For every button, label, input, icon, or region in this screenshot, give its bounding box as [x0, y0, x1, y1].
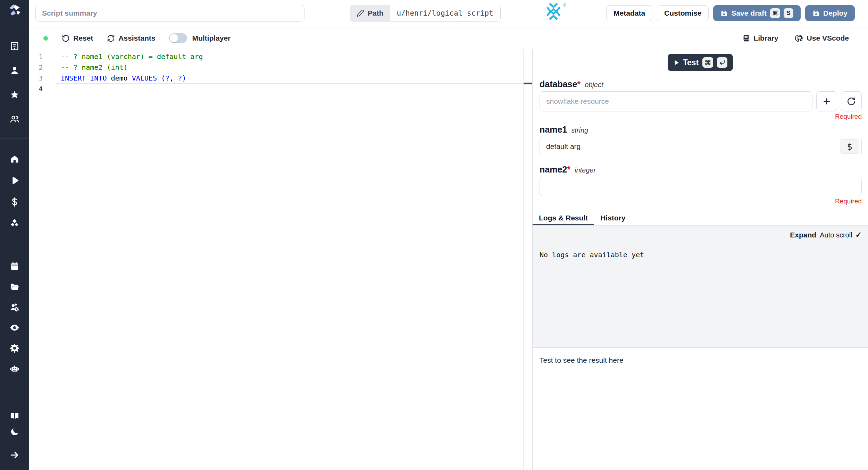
snowflake-registered-mark: ®	[563, 3, 566, 8]
sidebar-item-resources[interactable]	[0, 213, 29, 234]
deploy-button[interactable]: Deploy	[805, 5, 855, 21]
play-icon	[673, 60, 679, 66]
sidebar-item-dark-mode[interactable]	[0, 424, 29, 440]
users-cog-icon	[10, 302, 19, 312]
sidebar-group-bottom	[0, 408, 29, 440]
windmill-logo[interactable]	[0, 0, 29, 20]
name1-field-label-row: name1 string	[540, 125, 862, 135]
edit-path-button[interactable]: Path	[350, 5, 390, 21]
line-number: 4	[29, 84, 43, 94]
code-lines[interactable]: -- ? name1 (varchar) = default arg-- ? n…	[61, 51, 522, 94]
line-number: 1	[29, 51, 43, 62]
database-field-label: database	[540, 79, 577, 89]
reset-button[interactable]: Reset	[62, 34, 93, 42]
run-args-form: database* object	[533, 76, 868, 205]
test-button[interactable]: Test ⌘	[668, 54, 733, 71]
tab-logs-result[interactable]: Logs & Result	[533, 212, 594, 225]
multiplayer-toggle-group: Multiplayer	[169, 33, 231, 43]
name2-input[interactable]	[540, 177, 862, 196]
run-panel: Test ⌘ database* objec	[532, 49, 868, 470]
line-number: 3	[29, 73, 43, 84]
code-line[interactable]: INSERT INTO demo VALUES (?, ?)	[61, 73, 522, 84]
code-editor[interactable]: 1234 -- ? name1 (varchar) = default arg-…	[29, 49, 532, 470]
topbar: Path u/henri/logical_script ® Metadata C…	[29, 0, 868, 27]
multiplayer-toggle[interactable]	[169, 33, 187, 43]
result-tabs: Logs & Result History	[533, 212, 868, 226]
autoscroll-label: Auto scroll	[820, 231, 852, 239]
editor-gutter: 1234	[29, 51, 43, 94]
path-label: Path	[368, 9, 384, 17]
calendar-icon	[10, 261, 19, 271]
variable-picker-button[interactable]: $	[840, 139, 859, 154]
sidebar-collapse-toggle[interactable]	[0, 440, 29, 470]
library-button[interactable]: Library	[742, 34, 778, 42]
metadata-button[interactable]: Metadata	[606, 5, 652, 21]
save-draft-label: Save draft	[731, 9, 767, 17]
connection-status-dot	[43, 36, 48, 41]
ruler-cursor-marker	[524, 83, 532, 84]
reset-label: Reset	[73, 34, 93, 42]
sidebar-item-workspace[interactable]	[0, 34, 29, 58]
code-token: -- ? name2 (int)	[61, 63, 128, 72]
library-label: Library	[753, 34, 778, 42]
code-line[interactable]: -- ? name1 (varchar) = default arg	[61, 51, 522, 62]
code-line[interactable]: -- ? name2 (int)	[61, 62, 522, 73]
path-value[interactable]: u/henri/logical_script	[390, 5, 500, 21]
refresh-resources-button[interactable]	[841, 91, 862, 111]
dollar-sign-icon: $	[847, 142, 852, 152]
kbd-s: S	[784, 8, 793, 18]
tab-history[interactable]: History	[594, 212, 632, 225]
code-token: INSERT INTO	[61, 74, 107, 82]
sidebar	[0, 0, 29, 470]
sidebar-item-docs[interactable]	[0, 408, 29, 424]
sidebar-item-schedules[interactable]	[0, 256, 29, 276]
name1-input[interactable]	[540, 137, 862, 156]
github-icon	[795, 34, 803, 42]
kbd-enter	[717, 57, 727, 68]
boxes-icon	[10, 219, 19, 228]
sidebar-item-variables[interactable]	[0, 191, 29, 213]
editor-toolbar: Reset Assistants Multiplayer	[29, 27, 868, 49]
result-area: Test to see the result here	[533, 348, 868, 470]
snowflake-logo-icon	[544, 2, 562, 20]
save-icon	[812, 10, 820, 17]
save-draft-button[interactable]: Save draft ⌘ S	[713, 5, 801, 21]
sidebar-item-folders[interactable]	[0, 276, 29, 297]
customise-button[interactable]: Customise	[657, 5, 709, 21]
sidebar-item-workers[interactable]	[0, 358, 29, 379]
sidebar-item-favorites[interactable]	[0, 83, 29, 107]
sidebar-divider	[0, 138, 29, 139]
database-resource-input[interactable]	[540, 91, 812, 111]
sidebar-item-home[interactable]	[0, 148, 29, 170]
expand-logs-button[interactable]: Expand	[790, 231, 816, 239]
assistants-label: Assistants	[118, 34, 155, 42]
code-line[interactable]	[61, 84, 522, 94]
eye-icon	[10, 323, 19, 333]
sidebar-item-runs[interactable]	[0, 170, 29, 191]
sidebar-item-groups[interactable]	[0, 297, 29, 317]
toggle-knob	[170, 34, 178, 42]
plus-icon	[822, 97, 831, 106]
name2-field-type: integer	[575, 166, 596, 174]
topbar-buttons: Metadata Customise Save draft ⌘ S	[606, 5, 855, 21]
editor-overview-ruler[interactable]	[523, 49, 532, 470]
logs-area: Expand Auto scroll ✓ No logs are availab…	[533, 226, 868, 348]
required-star: *	[567, 165, 570, 175]
sidebar-item-community[interactable]	[0, 107, 29, 131]
sidebar-item-audit-logs[interactable]	[0, 317, 29, 338]
kbd-meta: ⌘	[702, 57, 713, 68]
assistants-button[interactable]: Assistants	[107, 34, 155, 42]
use-vscode-button[interactable]: Use VScode	[795, 34, 849, 42]
autoscroll-toggle[interactable]: Auto scroll ✓	[820, 230, 862, 240]
logs-controls: Expand Auto scroll ✓	[540, 230, 862, 240]
sidebar-item-settings[interactable]	[0, 338, 29, 358]
code-token: (?	[161, 74, 169, 82]
sidebar-item-user[interactable]	[0, 58, 29, 83]
main-column: Path u/henri/logical_script ® Metadata C…	[29, 0, 868, 470]
script-summary-input[interactable]	[35, 5, 304, 22]
customise-label: Customise	[664, 9, 701, 17]
sidebar-group-main	[0, 148, 29, 234]
rotate-ccw-icon	[62, 34, 70, 42]
database-required-message: Required	[540, 113, 862, 120]
add-resource-button[interactable]	[816, 91, 837, 111]
